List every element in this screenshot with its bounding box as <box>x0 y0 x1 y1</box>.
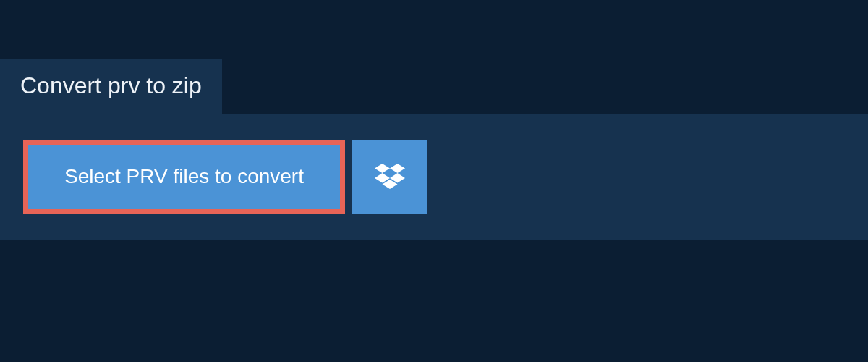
tab-bar: Convert prv to zip <box>0 59 868 114</box>
button-row: Select PRV files to convert <box>23 140 845 214</box>
select-files-button[interactable]: Select PRV files to convert <box>28 145 340 209</box>
dropbox-button[interactable] <box>352 140 427 214</box>
content-panel: Select PRV files to convert <box>0 114 868 240</box>
select-button-highlight: Select PRV files to convert <box>23 140 345 214</box>
tab-label: Convert prv to zip <box>20 72 202 98</box>
select-files-label: Select PRV files to convert <box>64 165 304 188</box>
dropbox-icon <box>375 163 405 190</box>
tab-convert[interactable]: Convert prv to zip <box>0 59 222 114</box>
